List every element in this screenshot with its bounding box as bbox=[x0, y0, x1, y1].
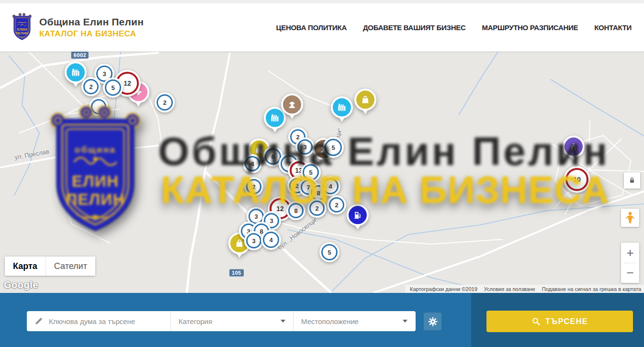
cluster-count: 2 bbox=[309, 201, 325, 216]
keyword-search-input[interactable] bbox=[49, 317, 165, 325]
map-canvas[interactable]: 6002105 ул. Преславбул. „Новоселци“ци“ 3… bbox=[0, 52, 644, 293]
location-select-value: Местоположение bbox=[301, 317, 359, 325]
pegman-button[interactable] bbox=[621, 209, 639, 227]
search-button-label: ТЪРСЕНЕ bbox=[545, 317, 588, 326]
cluster-count: 4 bbox=[245, 156, 260, 171]
pegman-icon bbox=[625, 212, 635, 224]
cluster-count: 2 bbox=[157, 94, 173, 111]
cluster-marker[interactable]: 2 bbox=[155, 92, 175, 112]
category-pin-factory[interactable] bbox=[331, 96, 353, 118]
brand[interactable]: община ЕЛИН ПЕЛИН Община Елин Пелин КАТА… bbox=[11, 12, 144, 43]
terms-link[interactable]: Условия за ползване bbox=[484, 286, 535, 292]
cluster-marker[interactable]: 5 bbox=[103, 78, 123, 98]
factory-icon bbox=[331, 96, 353, 118]
cluster-marker[interactable]: 4 bbox=[261, 230, 281, 250]
nav-contacts[interactable]: КОНТАКТИ bbox=[594, 23, 632, 32]
nav-add-business[interactable]: ДОБАВЕТЕ ВАШИЯТ БИЗНЕС bbox=[363, 23, 465, 32]
category-select-value: Категория bbox=[179, 317, 212, 325]
category-pin-church[interactable] bbox=[563, 135, 585, 157]
page: община ЕЛИН ПЕЛИН Община Елин Пелин КАТА… bbox=[0, 0, 644, 347]
cluster-marker[interactable]: 5 bbox=[319, 242, 339, 262]
zoom-out-button[interactable]: − bbox=[621, 263, 639, 283]
cluster-count bbox=[91, 99, 106, 114]
category-select[interactable]: Категория bbox=[171, 311, 293, 331]
cluster-count: 10 bbox=[565, 168, 588, 191]
category-pin-worker[interactable] bbox=[281, 93, 303, 115]
main-nav: ЦЕНОВА ПОЛИТИКА ДОБАВЕТЕ ВАШИЯТ БИЗНЕС М… bbox=[276, 23, 632, 32]
cluster-marker[interactable]: 2 bbox=[244, 177, 263, 196]
cluster-count: 3 bbox=[297, 139, 313, 155]
cluster-marker[interactable]: 2 bbox=[81, 77, 101, 96]
cluster-marker[interactable]: 3 bbox=[244, 231, 263, 250]
search-button[interactable]: ТЪРСЕНЕ bbox=[486, 311, 633, 332]
category-pin-fuel[interactable] bbox=[347, 204, 369, 226]
cluster-marker[interactable]: 3 bbox=[295, 137, 315, 157]
svg-text:община: община bbox=[18, 21, 27, 23]
chevron-down-icon bbox=[281, 320, 285, 323]
cluster-count: 2 bbox=[83, 79, 99, 94]
cluster-marker[interactable]: 4 bbox=[320, 176, 340, 196]
fullscreen-lock-button[interactable] bbox=[624, 172, 640, 189]
location-select[interactable]: Местоположение bbox=[293, 311, 415, 331]
cluster-marker[interactable]: 10 bbox=[564, 166, 590, 193]
maptype-map-button[interactable]: Карта bbox=[5, 257, 45, 276]
report-error-link[interactable]: Подаване на сигнал за грешка в картата bbox=[542, 286, 641, 292]
zoom-control: + − bbox=[621, 243, 639, 283]
zoom-in-button[interactable]: + bbox=[621, 243, 639, 263]
gear-icon bbox=[428, 316, 438, 327]
svg-text:ПЕЛИН: ПЕЛИН bbox=[16, 31, 29, 35]
google-logo[interactable]: Google bbox=[4, 280, 38, 291]
cluster-count: 5 bbox=[325, 139, 342, 156]
cluster-count: 4 bbox=[263, 232, 279, 248]
search-bar: Категория Местоположение bbox=[0, 293, 644, 347]
maptype-satellite-button[interactable]: Сателит bbox=[45, 257, 95, 276]
brand-title: Община Елин Пелин bbox=[39, 16, 144, 28]
advanced-settings-button[interactable] bbox=[424, 313, 441, 330]
header: община ЕЛИН ПЕЛИН Община Елин Пелин КАТА… bbox=[0, 3, 644, 52]
cluster-count: 8 bbox=[288, 203, 304, 218]
worker-icon bbox=[281, 93, 303, 115]
filter-box: Категория Местоположение bbox=[27, 311, 416, 331]
municipality-logo: община ЕЛИН ПЕЛИН bbox=[11, 12, 34, 43]
cluster-marker[interactable]: 2 bbox=[307, 199, 327, 218]
cluster-count: 4 bbox=[322, 178, 339, 194]
search-icon bbox=[531, 317, 541, 326]
road-shield: 6002 bbox=[71, 52, 89, 59]
cluster-count: 2 bbox=[246, 179, 261, 194]
brand-text: Община Елин Пелин КАТАЛОГ НА БИЗНЕСА bbox=[39, 16, 144, 39]
top-strip bbox=[0, 0, 644, 3]
chevron-down-icon bbox=[403, 320, 407, 323]
cluster-marker[interactable] bbox=[89, 97, 108, 116]
cluster-count: 5 bbox=[321, 244, 338, 260]
cluster-count: 3 bbox=[246, 233, 261, 248]
nav-route-schedule[interactable]: МАРШРУТНО РАЗПИСАНИЕ bbox=[482, 23, 578, 32]
keyword-field-wrap bbox=[27, 311, 171, 331]
brand-subtitle: КАТАЛОГ НА БИЗНЕСА bbox=[39, 29, 144, 39]
maptype-control: Карта Сателит bbox=[5, 257, 95, 276]
attribution-copyright: Картографски данни ©2019 bbox=[410, 286, 477, 292]
cluster-marker[interactable]: 4 bbox=[243, 154, 262, 173]
cluster-marker[interactable]: 2 bbox=[327, 195, 346, 214]
cluster-count: 2 bbox=[329, 197, 344, 213]
bag-icon bbox=[354, 89, 376, 111]
category-pin-bag[interactable] bbox=[354, 89, 376, 111]
road-shield: 105 bbox=[229, 269, 244, 277]
nav-pricing[interactable]: ЦЕНОВА ПОЛИТИКА bbox=[276, 23, 347, 32]
lock-icon bbox=[628, 177, 636, 184]
svg-text:ЕЛИН: ЕЛИН bbox=[17, 27, 27, 31]
map-attribution: Картографски данни ©2019 Условия за полз… bbox=[405, 285, 644, 293]
fuel-icon bbox=[347, 204, 369, 226]
pencil-icon bbox=[34, 317, 43, 325]
cluster-marker[interactable]: 5 bbox=[323, 137, 344, 158]
cluster-count: 5 bbox=[105, 79, 121, 96]
cluster-marker[interactable]: 8 bbox=[286, 201, 305, 220]
church-icon bbox=[563, 135, 585, 157]
